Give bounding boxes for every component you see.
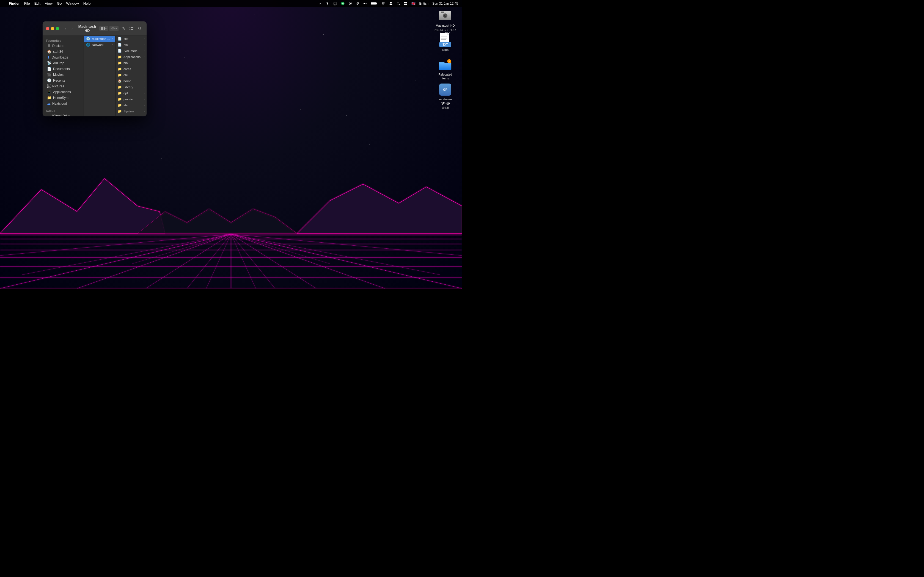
app-name[interactable]: Finder [6,0,22,7]
private-icon: 📁 [118,97,122,101]
back-button[interactable]: ‹ [62,26,68,32]
svg-marker-1 [0,179,165,234]
sidebar-item-downloads[interactable]: ⬇ Downloads [44,55,82,60]
apple-menu[interactable] [2,0,6,7]
forward-button[interactable]: › [69,26,75,32]
svg-line-23 [231,234,462,256]
opt-item[interactable]: 📁 opt › [115,90,147,96]
date-time: Sun 31 Jan 12:45 [431,0,460,7]
private-item[interactable]: 📁 private › [115,96,147,102]
user-icon[interactable] [388,0,394,7]
documents-label: Documents [53,67,70,71]
sidebar-item-airdrop[interactable]: 📡 AirDrop [44,60,82,66]
vol-chevron: › [144,44,145,46]
notification-icon[interactable] [402,0,409,7]
svg-line-19 [231,234,275,288]
svg-rect-61 [441,11,444,13]
tmp-icon: 📁 [118,115,122,116]
more-button[interactable] [128,26,135,32]
svg-marker-3 [137,209,297,234]
search-icon[interactable] [395,0,402,7]
neon-scene [0,156,462,288]
time-machine-icon[interactable]: ⏱ [354,0,361,7]
svg-point-37 [390,2,392,3]
svg-line-21 [231,234,256,288]
focus-icon[interactable] [347,0,354,7]
etc-item[interactable]: 📁 etc › [115,72,147,78]
headphone-icon[interactable]: 🎧 [331,0,339,7]
system-name: System [123,110,142,113]
menubar-left: Finder File Edit View Go Window Help [2,0,93,7]
sidebar-item-homesync[interactable]: 📁 HomeSync [44,95,82,101]
volumeicon-item[interactable]: 📄 .VolumeIcon.icns › [115,48,147,54]
maximize-button[interactable] [56,27,59,30]
nextcloud-sidebar-icon: ☁ [47,102,51,105]
desktop-label: Desktop [52,44,65,48]
menubar-right: ✓ 🎧 ⏱ 🇬🇧 British Sun 31 [317,0,460,7]
cores-item[interactable]: 📁 cores › [115,66,147,72]
sidebar-item-nextcloud[interactable]: ☁ Nextcloud [44,101,82,106]
macintosh-hd-desktop-icon [439,9,452,23]
sidebar-item-applications[interactable]: 📱 Applications [44,89,82,95]
sidebar-item-recents[interactable]: 🕐 Recents [44,77,82,83]
macintosh-hd-icon: 💿 [86,37,90,41]
macintosh-hd-item[interactable]: 💿 Macintosh HD › [84,36,115,42]
system-item[interactable]: 📁 System › [115,108,147,114]
desktop-icon-relocated-items[interactable]: ! Relocated Items [433,57,457,82]
tmp-item[interactable]: 📁 tmp › [115,114,147,116]
close-button[interactable] [46,27,49,30]
menu-help[interactable]: Help [81,0,93,7]
sandman-gif-icon: GP [439,83,452,96]
svg-line-14 [0,234,231,288]
menu-go[interactable]: Go [55,0,64,7]
vol-item[interactable]: 📄 .vol › [115,42,147,48]
action-button[interactable]: ▾ [110,26,118,31]
svg-rect-35 [371,2,376,5]
sidebar-item-stuh84[interactable]: 🏠 stuh84 [44,48,82,55]
home-folder-icon: 🏠 [118,79,122,83]
home-name: home [123,79,142,83]
search-button[interactable] [136,26,143,32]
bluetooth-icon[interactable] [324,0,331,7]
sidebar-item-movies[interactable]: 🎬 Movies [44,72,82,77]
spotify-icon[interactable] [339,0,346,7]
sidebar-item-desktop[interactable]: 🖥 Desktop [44,43,82,48]
svg-line-27 [231,234,330,264]
share-button[interactable] [120,26,127,32]
pictures-label: Pictures [52,84,64,88]
column-view-button[interactable]: ▾ [99,26,108,31]
svg-rect-42 [404,3,405,5]
menu-file[interactable]: File [22,0,32,7]
menu-view[interactable]: View [43,0,55,7]
sidebar-item-documents[interactable]: 📄 Documents [44,66,82,72]
sbin-item[interactable]: 📁 sbin › [115,102,147,108]
library-item[interactable]: 📁 Library › [115,84,147,90]
macintosh-hd-name: Macintosh HD [92,37,111,40]
homesync-sidebar-icon: 📁 [47,96,52,100]
desktop-icon-apps-txt[interactable]: TXT apps [433,32,457,53]
applications-item[interactable]: 📁 Applications › [115,54,147,60]
menubar: Finder File Edit View Go Window Help ✓ 🎧… [0,0,462,7]
bin-item[interactable]: 📁 bin › [115,60,147,66]
desktop-icon-sandman-gif[interactable]: GP sandman-ajfa.gp 19 KB [433,82,457,110]
etc-chevron: › [144,74,145,76]
desktop-icon-macintosh-hd[interactable]: Macintosh HD 250.14 GB, 71.57 GB free [433,8,457,36]
checkmark-status: ✓ [317,0,323,7]
menu-edit[interactable]: Edit [32,0,43,7]
home-item[interactable]: 🏠 home › [115,78,147,84]
menu-window[interactable]: Window [64,0,81,7]
homesync-label: HomeSync [53,96,69,100]
minimize-button[interactable] [51,27,54,30]
network-item[interactable]: 🌐 Network › [84,42,115,48]
applications-folder-name: Applications [123,55,142,58]
relocated-items-icon: ! [439,58,452,71]
svg-point-60 [445,15,446,16]
file-item[interactable]: 📄 .file › [115,36,147,42]
sidebar-item-icloud-drive[interactable]: ☁ iCloud Drive [44,113,82,116]
battery-icon[interactable] [369,0,379,7]
sidebar-item-pictures[interactable]: 🖼 Pictures [44,83,82,89]
svg-line-26 [22,234,231,275]
wifi-icon[interactable] [380,0,387,7]
sbin-icon: 📁 [118,103,122,107]
volume-icon[interactable] [361,0,368,7]
